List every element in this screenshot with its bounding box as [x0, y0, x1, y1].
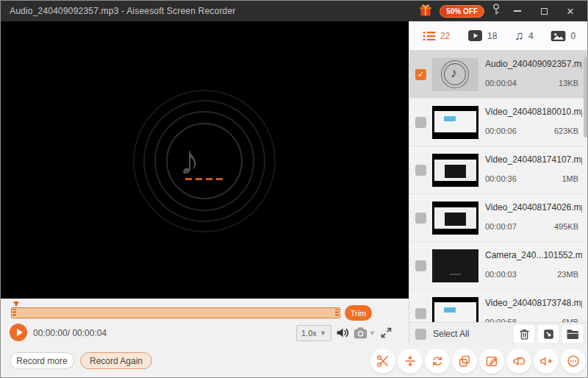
selectall-row: Select All	[409, 322, 588, 345]
more-dots-icon	[566, 354, 581, 368]
folder-icon	[565, 327, 580, 341]
file-name: Video_240408174026.mp4	[485, 202, 582, 213]
time-display: 00:00:00/ 00:00:04	[33, 328, 107, 338]
file-size: 495KB	[554, 222, 578, 231]
volume-booster-button[interactable]	[534, 349, 559, 374]
edit-pencil-icon	[484, 354, 499, 368]
register-key-icon[interactable]	[492, 3, 501, 19]
file-duration: 00:00:36	[485, 174, 517, 183]
export-button[interactable]	[538, 325, 559, 343]
minimize-icon	[514, 10, 521, 12]
edit-button[interactable]	[479, 349, 504, 374]
scissors-icon	[376, 354, 390, 368]
merge-vertical-button[interactable]	[398, 349, 423, 374]
record-again-button[interactable]: Record Again	[80, 352, 152, 369]
file-size: 23MB	[557, 270, 578, 279]
file-name: Video_240408174107.mp4	[485, 154, 582, 165]
snapshot-button[interactable]	[352, 324, 368, 340]
list-icon	[423, 31, 436, 41]
cut-button[interactable]	[370, 349, 395, 374]
file-name: Video_240408173748.mp4	[485, 298, 582, 308]
speaker-plus-icon	[539, 354, 553, 368]
close-icon: ✕	[567, 6, 575, 17]
tab-all-recordings[interactable]: 22	[423, 31, 450, 41]
file-row[interactable]: Camera_240...101552.mp4 00:00:03 23MB	[409, 242, 588, 290]
file-size: 1MB	[562, 174, 578, 183]
fullscreen-button[interactable]	[378, 324, 394, 340]
promo-badge[interactable]: 50% OFF	[440, 5, 484, 18]
file-row[interactable]: Video_240408180010.mp4 00:00:06 623KB	[409, 99, 588, 146]
audio-editor-button[interactable]	[506, 349, 531, 374]
snapshot-chevron-icon[interactable]: ▼	[369, 329, 376, 337]
tab-videos[interactable]: 18	[467, 29, 497, 42]
rotate-arrows-icon	[430, 354, 445, 368]
export-icon	[542, 327, 556, 341]
recording-library-sidebar: 22 18 ♫ 4 0 ✓	[409, 21, 588, 345]
tab-audio[interactable]: ♫ 4	[514, 29, 533, 42]
file-row[interactable]: Video_240408174026.mp4 00:00:07 495KB	[409, 194, 588, 242]
trim-button[interactable]: Trim	[345, 305, 372, 321]
trash-icon	[517, 327, 531, 341]
file-list: ✓ Audio_240409092357.mp3 00:00:04 13KB V…	[409, 51, 588, 322]
merge-button[interactable]	[452, 349, 477, 374]
audio-preview-area: ♪	[1, 21, 409, 299]
file-checkbox[interactable]	[415, 308, 426, 319]
file-thumbnail	[432, 202, 478, 235]
file-duration: 00:00:04	[485, 79, 517, 88]
tab-count: 22	[440, 31, 450, 41]
file-duration: 00:00:07	[485, 222, 517, 231]
tab-screenshots[interactable]: 0	[551, 30, 576, 42]
open-folder-button[interactable]	[562, 325, 583, 343]
play-icon	[17, 329, 23, 336]
file-thumbnail	[432, 154, 478, 187]
file-thumbnail	[432, 106, 478, 139]
file-name: Audio_240409092357.mp3	[485, 59, 582, 69]
file-name: Video_240408180010.mp4	[485, 107, 582, 117]
file-checkbox[interactable]	[415, 213, 426, 224]
trim-handle-start[interactable]	[12, 308, 17, 318]
edit-tools	[370, 349, 586, 374]
gift-icon[interactable]	[419, 4, 432, 19]
maximize-button[interactable]	[534, 4, 553, 18]
audio-progress-dashes	[185, 178, 225, 180]
file-checkbox[interactable]	[415, 117, 426, 128]
convert-button[interactable]	[425, 349, 450, 374]
chevron-down-icon: ▼	[320, 329, 326, 337]
video-icon	[467, 29, 483, 42]
volume-button[interactable]	[334, 324, 351, 340]
file-size: 623KB	[554, 126, 578, 135]
file-checkbox[interactable]	[415, 165, 426, 176]
file-checkbox[interactable]	[415, 260, 426, 271]
copy-icon	[457, 354, 472, 368]
image-icon	[551, 30, 566, 42]
footer-toolbar: Record more Record Again	[1, 345, 588, 378]
trim-timeline[interactable]	[11, 307, 340, 318]
trim-handle-end[interactable]	[334, 308, 340, 318]
file-row[interactable]: Video_240408173748.mp4 00:00:58 6MB	[409, 290, 588, 322]
record-more-button[interactable]: Record more	[10, 352, 74, 369]
file-duration: 00:00:03	[485, 270, 517, 279]
tab-count: 4	[528, 31, 534, 41]
more-tools-button[interactable]	[561, 349, 586, 374]
file-row[interactable]: Video_240408174107.mp4 00:00:36 1MB	[409, 146, 588, 194]
select-all-checkbox[interactable]	[415, 329, 426, 340]
delete-button[interactable]	[514, 325, 534, 343]
playhead-marker[interactable]	[13, 302, 19, 307]
window-title: Audio_240409092357.mp3 - Aiseesoft Scree…	[10, 6, 236, 16]
file-checkbox[interactable]: ✓	[415, 69, 426, 80]
scrollbar-thumb[interactable]	[584, 57, 588, 138]
select-all-label: Select All	[433, 329, 469, 339]
file-duration: 00:00:06	[485, 126, 517, 135]
library-tabbar: 22 18 ♫ 4 0	[409, 21, 588, 51]
file-thumbnail	[432, 58, 478, 91]
speed-value: 1.0x	[301, 329, 317, 338]
close-button[interactable]: ✕	[561, 4, 580, 18]
minimize-button[interactable]	[508, 4, 527, 18]
music-icon: ♫	[514, 29, 524, 42]
play-button[interactable]	[10, 324, 27, 341]
file-row[interactable]: ✓ Audio_240409092357.mp3 00:00:04 13KB	[409, 51, 588, 99]
playback-panel: Trim 00:00:00/ 00:00:04 1.0x ▼ ▼	[1, 299, 409, 345]
decorative-ring	[166, 123, 243, 199]
playback-speed-select[interactable]: 1.0x ▼	[296, 325, 331, 341]
file-thumbnail	[432, 249, 478, 282]
